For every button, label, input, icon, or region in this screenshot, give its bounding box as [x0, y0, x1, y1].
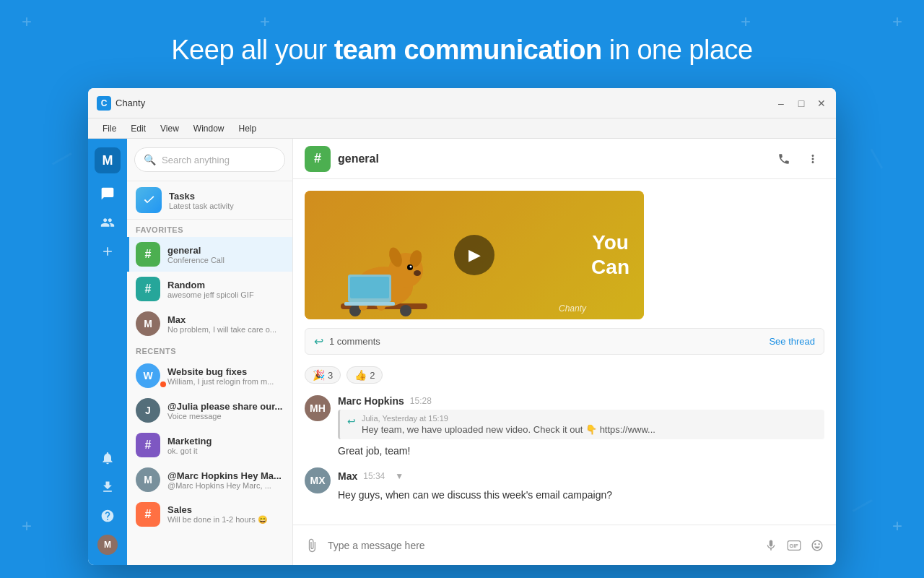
svg-text:GIF: GIF: [790, 543, 799, 549]
chat-channel-name: general: [338, 152, 765, 165]
bg-plus-3: +: [260, 13, 270, 30]
channel-preview-marketing: ok. got it: [167, 447, 284, 455]
channel-preview-max: No problem, I will take care o...: [167, 325, 284, 334]
quote-arrow-icon: ↩: [347, 415, 356, 427]
search-bar: 🔍 Search anything: [127, 139, 292, 181]
tasks-text: Tasks Latest task activity: [169, 191, 234, 210]
sidebar-contacts-icon[interactable]: [96, 211, 119, 234]
tasks-item[interactable]: Tasks Latest task activity: [127, 181, 292, 220]
msg-header-max: Max 15:34 ▼: [338, 467, 824, 485]
recents-header: RECENTS: [127, 341, 292, 358]
svg-point-9: [414, 270, 421, 276]
thread-count: 1 comments: [329, 336, 763, 347]
chat-messages: ▶ Chanty YouCan ↩ 1 comments See thread …: [293, 179, 836, 525]
quote-content: Julia, Yesterday at 15:19 Hey team, we h…: [362, 414, 655, 435]
channel-preview-general: Conference Call: [167, 256, 284, 264]
menu-window[interactable]: Window: [188, 122, 230, 135]
message-input[interactable]: [328, 532, 755, 558]
bg-plus-6: +: [892, 517, 902, 535]
message-marc: MH Marc Hopkins 15:28 ↩ Julia, Yesterday…: [305, 395, 824, 459]
channel-item-website-bug[interactable]: W Website bug fixes William, I just relo…: [127, 358, 292, 393]
gif-button[interactable]: GIF: [784, 535, 804, 556]
menu-view[interactable]: View: [154, 122, 185, 135]
channel-icon-sales: #: [136, 502, 160, 527]
title-bar: C Chanty – □ ✕: [88, 88, 836, 118]
maximize-button[interactable]: □: [796, 98, 807, 109]
sidebar-downloads-icon[interactable]: [96, 475, 119, 499]
reaction-thumbs[interactable]: 👍 2: [346, 366, 383, 384]
channel-name-max: Max: [167, 314, 284, 325]
msg-text-marc: Great job, team!: [338, 444, 824, 459]
channel-avatar-website: W: [136, 363, 160, 388]
msg-name-max: Max: [338, 470, 357, 482]
channel-text-marc: @Marc Hopkins Hey Ma... @Marc Hopkins He…: [167, 470, 284, 490]
channel-name-website: Website bug fixes: [167, 366, 284, 377]
search-input[interactable]: 🔍 Search anything: [134, 147, 285, 172]
emoji-button[interactable]: [807, 535, 827, 556]
menu-help[interactable]: Help: [233, 122, 263, 135]
app-title: Chanty: [116, 98, 145, 108]
quote-meta: Julia, Yesterday at 15:19: [362, 414, 655, 423]
bg-plus-5: +: [22, 517, 32, 535]
svg-point-8: [410, 266, 412, 268]
chat-header: # general: [293, 139, 836, 179]
attach-button[interactable]: [302, 535, 322, 556]
channel-item-marketing[interactable]: # Marketing ok. got it: [127, 428, 292, 462]
channel-preview-website: William, I just relogin from m...: [167, 377, 284, 386]
msg-content-marc: Marc Hopkins 15:28 ↩ Julia, Yesterday at…: [338, 395, 824, 459]
quote-text: Hey team, we have uploaded new video. Ch…: [362, 424, 655, 435]
input-actions: GIF: [761, 535, 827, 556]
avatar-marc-msg: MH: [305, 395, 331, 421]
sidebar-help-icon[interactable]: [96, 504, 119, 527]
quoted-message: ↩ Julia, Yesterday at 15:19 Hey team, we…: [338, 410, 824, 439]
bg-plus-4: +: [741, 13, 751, 30]
channel-list: 🔍 Search anything Tasks Latest task acti…: [127, 139, 293, 565]
thread-bar[interactable]: ↩ 1 comments See thread: [305, 328, 824, 355]
msg-name-marc: Marc Hopkins: [338, 395, 404, 407]
channel-text-max: Max No problem, I will take care o...: [167, 314, 284, 334]
channel-item-max[interactable]: M Max No problem, I will take care o...: [127, 306, 292, 341]
video-thumbnail[interactable]: ▶ Chanty YouCan: [305, 191, 644, 319]
sidebar-avatar-small[interactable]: M: [96, 533, 119, 556]
tasks-name: Tasks: [169, 191, 234, 202]
channel-icon-random: #: [136, 277, 160, 301]
favorites-header: FAVORITES: [127, 220, 292, 237]
sidebar-chat-icon[interactable]: [96, 182, 119, 205]
mic-button[interactable]: [761, 535, 781, 556]
channel-item-sales[interactable]: # Sales Will be done in 1-2 hours 😄: [127, 497, 292, 532]
avatar-max-msg: MX: [305, 467, 331, 493]
call-button[interactable]: [772, 147, 796, 171]
channel-name-sales: Sales: [167, 504, 284, 515]
menu-file[interactable]: File: [97, 122, 122, 135]
play-button[interactable]: ▶: [454, 235, 494, 275]
channel-item-julia[interactable]: J @Julia please share our... Voice messa…: [127, 393, 292, 428]
user-avatar[interactable]: M: [95, 147, 121, 173]
channel-item-marc[interactable]: M @Marc Hopkins Hey Ma... @Marc Hopkins …: [127, 462, 292, 497]
video-inner: ▶ Chanty YouCan: [305, 191, 644, 319]
minimize-button[interactable]: –: [775, 98, 787, 109]
svg-rect-14: [344, 302, 395, 306]
bg-line-1: /: [48, 146, 74, 172]
message-max: MX Max 15:34 ▼ Hey guys, when can we dis…: [305, 467, 824, 503]
svg-rect-13: [350, 277, 389, 298]
chat-channel-icon: #: [305, 146, 331, 172]
channel-preview-marc: @Marc Hopkins Hey Marc, ...: [167, 481, 284, 490]
sidebar-notifications-icon[interactable]: [96, 447, 119, 470]
reactions-row: 🎉 3 👍 2: [305, 363, 824, 387]
channel-preview-julia: Voice message: [167, 412, 284, 420]
menu-edit[interactable]: Edit: [125, 122, 152, 135]
expand-button[interactable]: ▼: [391, 467, 408, 485]
channel-icon-marketing: #: [136, 433, 160, 457]
chat-area: # general: [293, 139, 836, 565]
msg-time-max: 15:34: [363, 471, 385, 481]
channel-item-random[interactable]: # Random awesome jeff spicoli GIF: [127, 272, 292, 306]
msg-header-marc: Marc Hopkins 15:28: [338, 395, 824, 407]
hero-text: Keep all your team communication in one …: [0, 35, 924, 66]
see-thread-link[interactable]: See thread: [769, 336, 815, 347]
chanty-watermark: Chanty: [559, 303, 586, 314]
sidebar-add-icon[interactable]: [96, 240, 119, 263]
more-options-button[interactable]: [801, 147, 824, 171]
channel-item-general[interactable]: # general Conference Call: [127, 237, 292, 272]
close-button[interactable]: ✕: [816, 98, 827, 109]
reaction-party[interactable]: 🎉 3: [305, 366, 341, 384]
